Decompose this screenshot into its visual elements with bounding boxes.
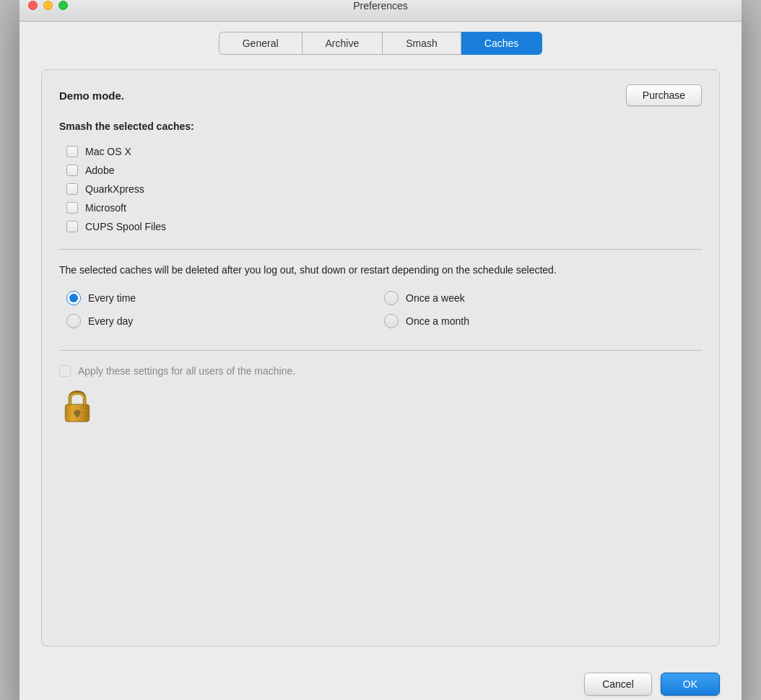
apply-settings-row: Apply these settings for all users of th…	[59, 365, 702, 377]
radio-once-a-week: Once a week	[384, 291, 702, 305]
adobe-label: Adobe	[85, 165, 114, 176]
info-text: The selected caches will be deleted afte…	[59, 263, 702, 278]
maximize-button[interactable]	[58, 1, 68, 10]
once-a-month-radio[interactable]	[384, 314, 399, 328]
inner-panel: Demo mode. Purchase Smash the selected c…	[41, 69, 720, 647]
every-time-label: Every time	[88, 292, 136, 304]
cups-checkbox[interactable]	[66, 221, 78, 232]
schedule-grid: Every time Once a week Every day Once a …	[66, 291, 702, 328]
list-item: CUPS Spool Files	[66, 217, 702, 236]
list-item: Microsoft	[66, 198, 702, 217]
tab-caches[interactable]: Caches	[461, 32, 542, 55]
caches-section-title: Smash the selected caches:	[59, 121, 702, 132]
radio-once-a-month: Once a month	[384, 314, 702, 328]
adobe-checkbox[interactable]	[66, 165, 78, 176]
quarkxpress-label: QuarkXpress	[85, 183, 144, 195]
microsoft-label: Microsoft	[85, 202, 126, 214]
cancel-button[interactable]: Cancel	[584, 673, 652, 696]
divider-1	[59, 249, 702, 250]
quarkxpress-checkbox[interactable]	[66, 183, 78, 195]
main-content: Demo mode. Purchase Smash the selected c…	[19, 55, 742, 661]
footer-buttons: Cancel OK	[19, 661, 742, 700]
tab-archive[interactable]: Archive	[303, 32, 383, 55]
traffic-lights	[28, 1, 68, 10]
divider-2	[59, 350, 702, 351]
window-title: Preferences	[353, 0, 407, 12]
svg-rect-2	[76, 413, 79, 417]
cups-label: CUPS Spool Files	[85, 221, 166, 232]
every-time-radio[interactable]	[66, 291, 81, 305]
purchase-button[interactable]: Purchase	[626, 84, 702, 106]
radio-every-day: Every day	[66, 314, 384, 328]
caches-list: Mac OS X Adobe QuarkXpress Microsoft CUP…	[66, 142, 702, 236]
list-item: Mac OS X	[66, 142, 702, 161]
tab-smash[interactable]: Smash	[383, 32, 461, 55]
demo-mode-row: Demo mode. Purchase	[59, 84, 702, 106]
tab-general[interactable]: General	[219, 32, 303, 55]
once-a-week-label: Once a week	[406, 292, 465, 304]
every-day-label: Every day	[88, 315, 133, 327]
list-item: Adobe	[66, 161, 702, 180]
once-a-month-label: Once a month	[406, 315, 469, 327]
title-bar: Preferences	[19, 0, 742, 22]
microsoft-checkbox[interactable]	[66, 202, 78, 214]
list-item: QuarkXpress	[66, 180, 702, 198]
apply-settings-label: Apply these settings for all users of th…	[78, 365, 295, 377]
macosx-label: Mac OS X	[85, 146, 131, 157]
once-a-week-radio[interactable]	[384, 291, 399, 305]
every-day-radio[interactable]	[66, 314, 81, 328]
tab-bar: General Archive Smash Caches	[19, 22, 742, 55]
ok-button[interactable]: OK	[661, 673, 720, 696]
apply-settings-checkbox[interactable]	[59, 365, 71, 377]
minimize-button[interactable]	[43, 1, 53, 10]
close-button[interactable]	[28, 1, 38, 10]
demo-mode-label: Demo mode.	[59, 89, 124, 102]
lock-icon[interactable]	[59, 388, 95, 424]
preferences-window: Preferences General Archive Smash Caches…	[19, 0, 742, 700]
radio-every-time: Every time	[66, 291, 384, 305]
macosx-checkbox[interactable]	[66, 146, 78, 157]
